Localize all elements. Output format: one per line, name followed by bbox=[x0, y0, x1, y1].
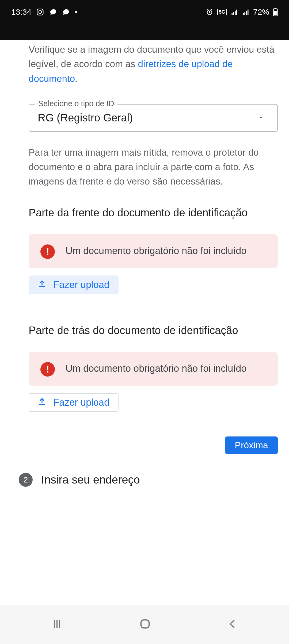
chat-bubble-icon bbox=[49, 8, 57, 16]
upload-id-card: Verifique se a imagem do documento que v… bbox=[19, 40, 289, 454]
clock: 13:34 bbox=[11, 7, 31, 17]
alarm-icon bbox=[206, 8, 214, 16]
step-number-badge: 2 bbox=[19, 473, 33, 487]
svg-rect-6 bbox=[275, 8, 276, 9]
step-2-title: Insira seu endereço bbox=[41, 473, 140, 486]
id-type-select-value: RG (Registro Geral) bbox=[38, 112, 133, 124]
back-upload-label: Fazer upload bbox=[53, 397, 109, 408]
status-right: 5G 72% bbox=[206, 7, 278, 17]
front-error-text: Um documento obrigatório não foi incluíd… bbox=[66, 243, 246, 258]
id-type-select[interactable]: RG (Registro Geral) bbox=[29, 104, 278, 132]
next-button[interactable]: Próxima bbox=[225, 436, 278, 454]
dot-icon bbox=[75, 10, 78, 14]
svg-point-1 bbox=[39, 11, 42, 14]
upload-icon bbox=[38, 279, 46, 290]
back-section-title: Parte de trás do documento de identifica… bbox=[29, 323, 278, 338]
recent-apps-button[interactable] bbox=[51, 618, 63, 631]
back-upload-button[interactable]: Fazer upload bbox=[29, 393, 119, 412]
svg-rect-8 bbox=[141, 620, 149, 628]
error-icon: ! bbox=[40, 244, 55, 259]
front-upload-label: Fazer upload bbox=[53, 279, 109, 290]
battery-percent: 72% bbox=[253, 7, 269, 17]
front-error-alert: ! Um documento obrigatório não foi inclu… bbox=[29, 234, 278, 268]
back-error-text: Um documento obrigatório não foi incluíd… bbox=[66, 361, 246, 376]
android-nav-bar bbox=[0, 605, 289, 644]
battery-icon bbox=[273, 8, 278, 16]
step-2[interactable]: 2 Insira seu endereço bbox=[19, 473, 289, 487]
front-upload-button[interactable]: Fazer upload bbox=[29, 275, 119, 294]
home-button[interactable] bbox=[138, 617, 152, 632]
page-content: Verifique se a imagem do documento que v… bbox=[0, 40, 289, 487]
divider bbox=[29, 310, 278, 310]
intro-post: . bbox=[75, 73, 78, 84]
signal-icon bbox=[242, 8, 249, 16]
network-badge: 5G bbox=[217, 9, 227, 15]
chevron-down-icon bbox=[257, 112, 265, 124]
signal-icon bbox=[231, 8, 238, 16]
status-bar: 13:34 5G 72% bbox=[0, 0, 289, 40]
upload-icon bbox=[38, 397, 46, 408]
id-type-select-label: Selecione o tipo de ID bbox=[35, 99, 117, 108]
svg-rect-7 bbox=[274, 11, 277, 15]
id-type-select-wrap: Selecione o tipo de ID RG (Registro Gera… bbox=[29, 104, 278, 132]
instagram-icon bbox=[36, 8, 44, 16]
helper-text: Para ter uma imagem mais nítida, remova … bbox=[29, 145, 278, 189]
intro-text: Verifique se a imagem do documento que v… bbox=[29, 42, 278, 86]
status-left: 13:34 bbox=[11, 7, 78, 17]
front-section-title: Parte da frente do documento de identifi… bbox=[29, 205, 278, 220]
svg-point-2 bbox=[41, 10, 43, 11]
next-row: Próxima bbox=[29, 436, 278, 454]
back-button[interactable] bbox=[227, 618, 238, 631]
svg-point-3 bbox=[75, 11, 77, 13]
error-icon: ! bbox=[40, 362, 55, 377]
chat-bubble-icon bbox=[62, 8, 70, 16]
back-error-alert: ! Um documento obrigatório não foi inclu… bbox=[29, 352, 278, 386]
